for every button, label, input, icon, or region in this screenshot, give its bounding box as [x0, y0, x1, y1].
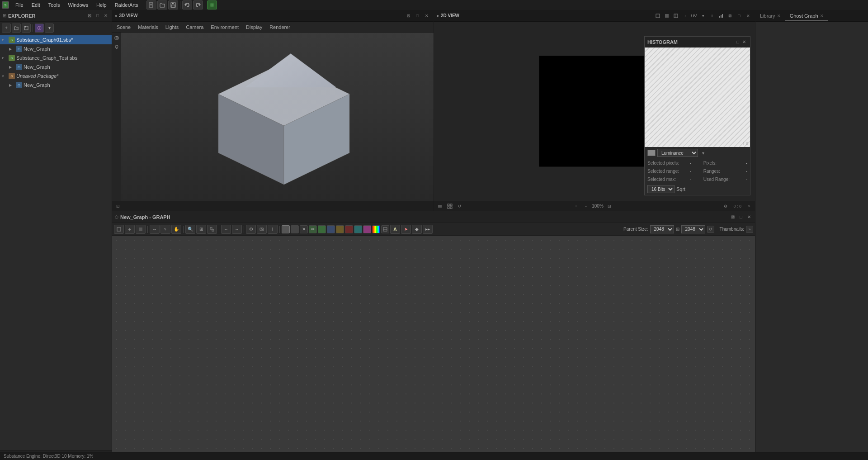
- view2d-btn3[interactable]: [672, 12, 680, 19]
- menu-windows[interactable]: Windows: [64, 1, 92, 9]
- scene-menu-camera[interactable]: Camera: [184, 24, 205, 30]
- gt-hand-btn[interactable]: ✋: [171, 225, 181, 234]
- parent-size-refresh[interactable]: ↺: [707, 226, 714, 233]
- gt-node-blue[interactable]: [327, 225, 335, 233]
- histogram-expand-btn[interactable]: ▾: [700, 150, 706, 156]
- tab-library[interactable]: Library ✕: [755, 11, 785, 21]
- view2d-grid-btn[interactable]: [446, 203, 454, 210]
- scene-menu-renderer[interactable]: Renderer: [268, 24, 292, 30]
- view2d-zoom-out-btn[interactable]: -: [582, 203, 590, 210]
- library-tab-close[interactable]: ✕: [777, 14, 781, 18]
- view3d-close-btn[interactable]: ✕: [423, 12, 431, 19]
- gt-btn-2[interactable]: [125, 225, 135, 234]
- scene-menu-environment[interactable]: Environment: [209, 24, 241, 30]
- view3d-max-btn[interactable]: □: [414, 12, 422, 19]
- menu-edit[interactable]: Edit: [28, 1, 44, 9]
- gt-redo-btn[interactable]: →: [232, 225, 242, 234]
- gt-node-cyan[interactable]: [354, 225, 362, 233]
- gt-btn-3[interactable]: [136, 225, 146, 234]
- menu-raiderarts[interactable]: RaiderArts: [111, 1, 142, 9]
- view2d-uv-dropdown[interactable]: ▾: [699, 12, 707, 19]
- tree-item-graph3[interactable]: ▶ G New_Graph: [0, 81, 112, 90]
- gt-A-btn[interactable]: A: [390, 225, 400, 234]
- gt-info-btn[interactable]: i: [268, 225, 278, 234]
- gt-node-del[interactable]: ✕: [300, 225, 308, 233]
- gt-arrow-btn[interactable]: ➤: [401, 225, 411, 234]
- gt-diamond-btn[interactable]: ◆: [412, 225, 422, 234]
- gt-cam-btn[interactable]: [257, 225, 267, 234]
- view3d-pin-btn[interactable]: ⊠: [405, 12, 413, 19]
- view3d-light-btn[interactable]: [113, 43, 121, 51]
- view2d-close-btn[interactable]: ✕: [744, 12, 752, 19]
- scene-menu-display[interactable]: Display: [244, 24, 264, 30]
- tree-item-pkg1[interactable]: ▾ S Substance_Graph01.sbs*: [0, 35, 112, 44]
- gt-more-btn[interactable]: ⚙: [246, 225, 256, 234]
- view2d-layer-btn[interactable]: [436, 203, 444, 210]
- view2d-chart-btn[interactable]: [717, 12, 725, 19]
- view2d-rotate-btn[interactable]: ↺: [456, 203, 464, 210]
- gt-move-btn[interactable]: ↔: [150, 225, 160, 234]
- scene-menu-scene[interactable]: Scene: [115, 24, 132, 30]
- gt-node-pink[interactable]: [363, 225, 371, 233]
- histogram-bits-select[interactable]: 16 Bits8 Bits: [647, 185, 675, 193]
- view2d-btn1[interactable]: [654, 12, 662, 19]
- tree-item-graph2[interactable]: ▶ G New_Graph: [0, 62, 112, 71]
- gt-node-red[interactable]: [345, 225, 353, 233]
- histogram-max-btn[interactable]: □: [735, 39, 741, 45]
- gt-btn-1[interactable]: [114, 225, 124, 234]
- exp-save-btn[interactable]: [22, 24, 31, 33]
- gt-mask-btn[interactable]: [381, 225, 389, 233]
- histogram-close-btn[interactable]: ✕: [741, 39, 747, 45]
- gt-group-btn[interactable]: [207, 225, 217, 234]
- view2d-zoom-in-btn[interactable]: +: [572, 203, 580, 210]
- scene-menu-materials[interactable]: Materials: [136, 24, 160, 30]
- view2d-arrow-btn[interactable]: →: [681, 12, 689, 19]
- exp-dropdown-btn[interactable]: ▾: [45, 24, 54, 33]
- view2d-uv-btn[interactable]: UV: [690, 12, 698, 19]
- exp-open-btn[interactable]: [12, 24, 21, 33]
- gt-node-gray2[interactable]: [291, 225, 299, 233]
- graph-canvas[interactable]: [112, 236, 755, 460]
- view2d-info-btn[interactable]: i: [708, 12, 716, 19]
- explorer-pin-btn[interactable]: ⊠: [86, 13, 93, 19]
- view2d-fit-btn[interactable]: ⊡: [605, 203, 613, 210]
- exp-link-btn[interactable]: [35, 24, 44, 33]
- tab-ghost-graph[interactable]: Ghost Graph ✕: [785, 11, 828, 21]
- graph-pin-btn[interactable]: ⊠: [730, 214, 736, 220]
- explorer-close-btn[interactable]: ✕: [103, 13, 109, 19]
- publish-btn[interactable]: ↑: [207, 0, 217, 9]
- view3d-fit-btn[interactable]: ⊡: [114, 203, 122, 210]
- ghost-graph-tab-close[interactable]: ✕: [820, 14, 824, 18]
- graph-max-btn[interactable]: □: [738, 214, 744, 220]
- view2d-settings-btn[interactable]: ⚙: [722, 203, 730, 210]
- view2d-btn2[interactable]: [663, 12, 671, 19]
- scene-menu-lights[interactable]: Lights: [164, 24, 180, 30]
- save-btn[interactable]: [168, 0, 178, 9]
- exp-new-btn[interactable]: +: [2, 24, 11, 33]
- explorer-max-btn[interactable]: □: [94, 13, 101, 19]
- gt-select-btn[interactable]: [160, 225, 170, 234]
- thumbnails-btn[interactable]: »: [746, 226, 753, 233]
- gt-node-rainbow[interactable]: [372, 225, 380, 233]
- redo-btn[interactable]: [193, 0, 203, 9]
- view2d-extra-btn[interactable]: »: [745, 203, 753, 210]
- tree-item-pkg2[interactable]: ▾ S Substance_Graph_Test.sbs: [0, 53, 112, 62]
- gt-undo-btn[interactable]: ←: [221, 225, 231, 234]
- view3d-cam-btn[interactable]: [113, 34, 121, 42]
- view2d-max-btn[interactable]: □: [735, 12, 743, 19]
- menu-help[interactable]: Help: [93, 1, 110, 9]
- parent-size-w-select[interactable]: 20481024512: [650, 225, 674, 233]
- gt-search-btn[interactable]: 🔍: [185, 225, 195, 234]
- viewport-3d[interactable]: [121, 33, 434, 201]
- view2d-pin-btn[interactable]: ⊠: [726, 12, 734, 19]
- gt-more2-btn[interactable]: ▸▸: [423, 225, 433, 234]
- parent-size-h-select[interactable]: 20481024512: [681, 225, 705, 233]
- gt-node-pen[interactable]: ✏: [309, 225, 317, 233]
- open-btn[interactable]: [157, 0, 167, 9]
- gt-node-green[interactable]: [318, 225, 326, 233]
- histogram-mode-select[interactable]: Luminance: [657, 149, 698, 157]
- menu-tools[interactable]: Tools: [45, 1, 64, 9]
- tree-item-pkg3[interactable]: ▾ S Unsaved Package*: [0, 71, 112, 81]
- gt-node-yel[interactable]: [336, 225, 344, 233]
- menu-file[interactable]: File: [12, 1, 27, 9]
